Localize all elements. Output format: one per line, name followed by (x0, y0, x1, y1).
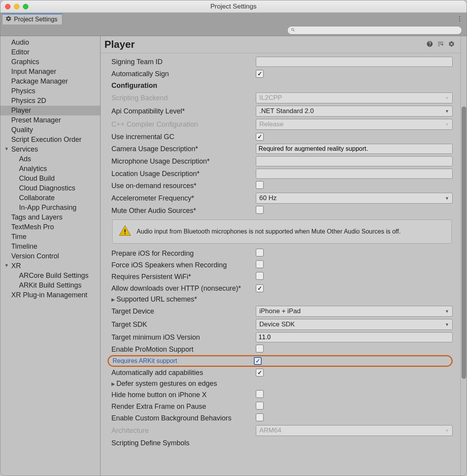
incremental-gc-checkbox[interactable] (256, 133, 264, 141)
url-schemes-foldout[interactable]: ▶Supported URL schemes* (111, 294, 453, 305)
settings-gear-icon[interactable] (448, 40, 455, 49)
signing-team-id-label: Signing Team ID (111, 58, 256, 66)
hide-home-label: Hide home button on iPhone X (111, 391, 256, 399)
scrollbar-thumb[interactable] (462, 106, 466, 379)
min-ios-input[interactable] (256, 332, 453, 342)
prepare-ios-label: Prepare iOS for Recording (111, 249, 256, 258)
sidebar-item-time[interactable]: Time (0, 232, 100, 242)
sidebar-item-physics-2d[interactable]: Physics 2D (0, 96, 100, 106)
mute-audio-label: Mute Other Audio Sources* (111, 207, 256, 215)
help-icon[interactable] (426, 40, 433, 49)
prepare-ios-checkbox[interactable] (256, 249, 264, 256)
hide-home-checkbox[interactable] (256, 390, 264, 398)
svg-rect-0 (125, 229, 126, 232)
search-field[interactable] (287, 26, 462, 35)
sidebar-item-services[interactable]: Services (0, 145, 100, 154)
settings-sidebar[interactable]: Audio Editor Graphics Input Manager Pack… (0, 36, 101, 476)
chevron-down-icon: ▼ (445, 309, 449, 314)
sidebar-item-cloud-build[interactable]: Cloud Build (0, 174, 100, 183)
ondemand-label: Use on-demand resources* (111, 182, 256, 190)
sidebar-item-timeline[interactable]: Timeline (0, 242, 100, 251)
sidebar-item-editor[interactable]: Editor (0, 47, 100, 57)
arkit-checkbox[interactable] (254, 357, 262, 365)
allow-http-checkbox[interactable] (256, 284, 264, 292)
arkit-label: Requires ARKit support (109, 357, 254, 364)
chevron-down-icon: ▼ (445, 322, 449, 327)
mic-usage-input[interactable] (256, 156, 453, 166)
sidebar-item-script-execution-order[interactable]: Script Execution Order (0, 135, 100, 145)
sidebar-item-quality[interactable]: Quality (0, 125, 100, 135)
custom-bg-label: Enable Custom Background Behaviors (111, 414, 256, 422)
sidebar-item-ads[interactable]: Ads (0, 154, 100, 164)
scripting-define-label: Scripting Define Symbols (111, 439, 189, 447)
window-title: Project Settings (0, 3, 467, 10)
accel-freq-label: Accelerometer Frequency* (111, 194, 256, 202)
auto-capabilities-checkbox[interactable] (256, 369, 264, 377)
chevron-down-icon: ▼ (445, 196, 449, 201)
cpp-compiler-label: C++ Compiler Configuration (111, 120, 256, 129)
scripting-backend-dropdown: IL2CPP▼ (256, 92, 453, 103)
sidebar-item-physics[interactable]: Physics (0, 86, 100, 96)
cpp-compiler-dropdown: Release▼ (256, 119, 453, 130)
sidebar-item-graphics[interactable]: Graphics (0, 57, 100, 67)
sidebar-item-cloud-diagnostics[interactable]: Cloud Diagnostics (0, 183, 100, 193)
sidebar-item-textmesh-pro[interactable]: TextMesh Pro (0, 222, 100, 232)
incremental-gc-label: Use incremental GC (111, 133, 256, 141)
target-sdk-label: Target SDK (111, 321, 256, 329)
force-ios-speakers-label: Force iOS Speakers when Recording (111, 261, 256, 269)
architecture-dropdown: ARM64▼ (256, 425, 453, 436)
sidebar-item-analytics[interactable]: Analytics (0, 164, 100, 174)
svg-rect-1 (125, 233, 126, 234)
mute-audio-checkbox[interactable] (256, 206, 264, 214)
tab-project-settings[interactable]: Project Settings (2, 14, 62, 24)
force-ios-speakers-checkbox[interactable] (256, 260, 264, 268)
signing-team-id-input[interactable] (256, 57, 453, 67)
page-title: Player (104, 38, 135, 51)
api-compat-dropdown[interactable]: .NET Standard 2.0▼ (256, 106, 453, 117)
sidebar-item-xr[interactable]: XR (0, 261, 100, 271)
sidebar-item-input-manager[interactable]: Input Manager (0, 67, 100, 77)
sidebar-item-collaborate[interactable]: Collaborate (0, 193, 100, 203)
sidebar-item-in-app-purchasing[interactable]: In-App Purchasing (0, 203, 100, 213)
auto-sign-label: Automatically Sign (111, 70, 256, 78)
promotion-label: Enable ProMotion Support (111, 345, 256, 354)
scripting-backend-label: Scripting Backend (111, 94, 256, 102)
render-extra-label: Render Extra Frame on Pause (111, 403, 256, 411)
config-header: Configuration (111, 82, 256, 90)
location-usage-input[interactable] (256, 169, 453, 179)
sidebar-item-version-control[interactable]: Version Control (0, 251, 100, 261)
warning-icon (119, 225, 131, 239)
sidebar-item-tags-and-layers[interactable]: Tags and Layers (0, 213, 100, 222)
allow-http-label: Allow downloads over HTTP (nonsecure)* (111, 284, 256, 293)
auto-sign-checkbox[interactable] (256, 70, 264, 78)
sidebar-item-preset-manager[interactable]: Preset Manager (0, 115, 100, 125)
custom-bg-checkbox[interactable] (256, 413, 264, 421)
vertical-scrollbar[interactable] (460, 36, 467, 476)
target-sdk-dropdown[interactable]: Device SDK▼ (256, 319, 453, 330)
sidebar-item-package-manager[interactable]: Package Manager (0, 77, 100, 86)
sidebar-item-arkit-build[interactable]: ARKit Build Settings (0, 281, 100, 290)
triangle-right-icon: ▶ (111, 381, 115, 387)
auto-capabilities-label: Automatically add capabilities (111, 369, 256, 377)
promotion-checkbox[interactable] (256, 345, 264, 352)
mic-usage-label: Microphone Usage Description* (111, 157, 256, 166)
persistent-wifi-checkbox[interactable] (256, 272, 264, 280)
target-device-dropdown[interactable]: iPhone + iPad▼ (256, 306, 453, 317)
sidebar-item-xr-plugin-management[interactable]: XR Plug-in Management (0, 290, 100, 300)
tab-menu-button[interactable]: ⋮ (457, 15, 463, 23)
persistent-wifi-label: Requires Persistent WiFi* (111, 273, 256, 281)
search-input[interactable] (297, 27, 458, 33)
camera-usage-input[interactable] (256, 144, 453, 154)
sidebar-item-audio[interactable]: Audio (0, 38, 100, 47)
gear-icon (5, 16, 12, 23)
render-extra-checkbox[interactable] (256, 402, 264, 410)
accel-freq-dropdown[interactable]: 60 Hz▼ (256, 193, 453, 204)
ondemand-checkbox[interactable] (256, 181, 264, 189)
sidebar-item-arcore-build[interactable]: ARCore Build Settings (0, 271, 100, 281)
location-usage-label: Location Usage Description* (111, 170, 256, 178)
target-device-label: Target Device (111, 307, 256, 316)
sidebar-item-player[interactable]: Player (0, 106, 100, 115)
camera-usage-label: Camera Usage Description* (111, 145, 256, 153)
preset-icon[interactable] (437, 40, 444, 49)
defer-gestures-foldout[interactable]: ▶Defer system gestures on edges (111, 378, 453, 389)
